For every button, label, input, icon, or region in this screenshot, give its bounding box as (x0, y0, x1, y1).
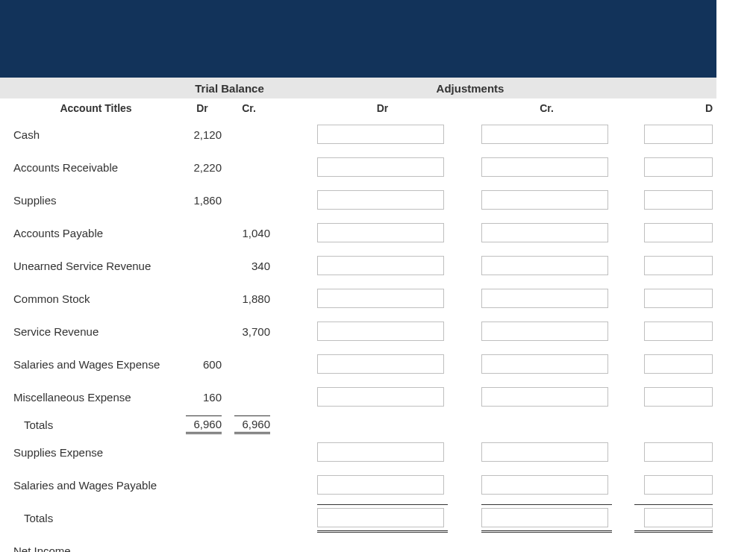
table-row: Supplies1,860 (0, 184, 716, 216)
adj-dr-input[interactable] (317, 223, 444, 242)
adj-cr-input[interactable] (481, 289, 608, 308)
adj-cr-input[interactable] (481, 354, 608, 374)
table-row: Accounts Payable1,040 (0, 216, 716, 249)
adj-cr-input[interactable] (481, 475, 608, 495)
adj-dr-input[interactable] (317, 442, 444, 462)
extra-input[interactable] (644, 157, 713, 177)
tb-cr-value: 340 (228, 260, 276, 272)
table-row: Salaries and Wages Expense600 (0, 348, 716, 380)
adj-dr-input[interactable] (317, 157, 444, 177)
adj-dr-input[interactable] (317, 387, 444, 407)
adj-dr-header: Dr (313, 102, 448, 114)
table-row: Supplies Expense (0, 436, 716, 468)
totals-row-1: Totals 6,960 6,960 (0, 413, 716, 436)
table-row: Salaries and Wages Payable (0, 468, 716, 501)
header-bar (0, 0, 716, 78)
tb-dr-value: 160 (183, 391, 228, 404)
table-row: Accounts Receivable2,220 (0, 151, 716, 184)
adj-dr-input[interactable] (317, 322, 444, 341)
column-header-row: Account Titles Dr Cr. Dr Cr. D (0, 98, 716, 118)
adj-cr-input[interactable] (481, 256, 608, 275)
account-title: Accounts Receivable (0, 161, 183, 174)
totals-tb-cr: 6,960 (228, 415, 276, 434)
adj-cr-input[interactable] (481, 223, 608, 242)
extra-input[interactable] (644, 289, 713, 308)
adj-cr-input[interactable] (481, 190, 608, 210)
adj-cr-input[interactable] (481, 125, 608, 144)
account-titles-header: Account Titles (0, 102, 183, 114)
account-title: Supplies Expense (0, 446, 183, 459)
adj-dr-input[interactable] (317, 256, 444, 275)
tb-dr-value: 2,220 (183, 161, 228, 174)
adj-cr-total-input[interactable] (481, 508, 608, 527)
table-row: Service Revenue3,700 (0, 315, 716, 348)
account-title: Accounts Payable (0, 227, 183, 239)
adjustments-header: Adjustments (396, 82, 545, 95)
tb-dr-value: 1,860 (183, 194, 228, 207)
totals-label: Totals (0, 512, 183, 524)
adj-dr-total-input[interactable] (317, 508, 444, 527)
account-title: Salaries and Wages Expense (0, 358, 183, 371)
adj-cr-header: Cr. (478, 102, 612, 114)
totals-tb-dr: 6,960 (183, 415, 228, 434)
tb-cr-header: Cr. (228, 102, 276, 114)
table-row: Miscellaneous Expense160 (0, 380, 716, 413)
worksheet-container: Trial Balance Adjustments Account Titles… (0, 0, 716, 552)
extra-input[interactable] (644, 223, 713, 242)
account-title: Cash (0, 128, 183, 141)
net-income-row: Net Income (0, 534, 716, 552)
section-header-row: Trial Balance Adjustments (0, 78, 716, 98)
table-row: Cash2,120 (0, 118, 716, 151)
extra-input[interactable] (644, 442, 713, 462)
net-income-label: Net Income (0, 545, 183, 553)
account-title: Miscellaneous Expense (0, 391, 183, 404)
totals-label: Totals (0, 418, 183, 431)
totals-row-2: Totals (0, 501, 716, 534)
adj-cr-input[interactable] (481, 157, 608, 177)
tb-dr-value: 2,120 (183, 128, 228, 141)
trial-balance-header: Trial Balance (183, 82, 276, 95)
tb-dr-value: 600 (183, 358, 228, 371)
adj-dr-input[interactable] (317, 289, 444, 308)
adj-cr-input[interactable] (481, 322, 608, 341)
extra-total-input[interactable] (644, 508, 713, 527)
adj-cr-input[interactable] (481, 442, 608, 462)
table-row: Unearned Service Revenue340 (0, 249, 716, 282)
adj-dr-input[interactable] (317, 125, 444, 144)
account-title: Unearned Service Revenue (0, 260, 183, 272)
tb-cr-value: 1,880 (228, 292, 276, 305)
extra-input[interactable] (644, 322, 713, 341)
account-title: Common Stock (0, 292, 183, 305)
extra-input[interactable] (644, 387, 713, 407)
extra-input[interactable] (644, 256, 713, 275)
adj-cr-input[interactable] (481, 387, 608, 407)
extra-header: D (634, 102, 713, 114)
account-title: Salaries and Wages Payable (0, 479, 183, 492)
adj-dr-input[interactable] (317, 354, 444, 374)
extra-input[interactable] (644, 354, 713, 374)
tb-cr-value: 3,700 (228, 325, 276, 338)
adj-dr-input[interactable] (317, 475, 444, 495)
tb-dr-header: Dr (183, 102, 228, 114)
tb-cr-value: 1,040 (228, 227, 276, 239)
account-title: Service Revenue (0, 325, 183, 338)
extra-input[interactable] (644, 190, 713, 210)
account-title: Supplies (0, 194, 183, 207)
extra-input[interactable] (644, 475, 713, 495)
adj-dr-input[interactable] (317, 190, 444, 210)
extra-input[interactable] (644, 125, 713, 144)
table-row: Common Stock1,880 (0, 282, 716, 315)
